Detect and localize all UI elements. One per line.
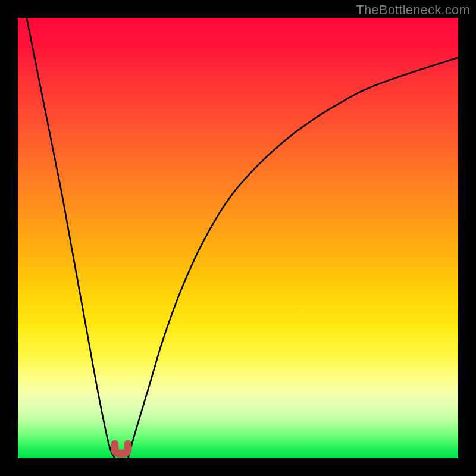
curve-layer <box>18 18 458 458</box>
curve-left-branch <box>27 18 115 458</box>
watermark-text: TheBottleneck.com <box>356 2 470 18</box>
plot-area <box>18 18 458 458</box>
chart-frame: TheBottleneck.com <box>0 0 476 476</box>
minimum-u-marker <box>115 444 128 453</box>
curve-right-branch <box>128 58 458 458</box>
